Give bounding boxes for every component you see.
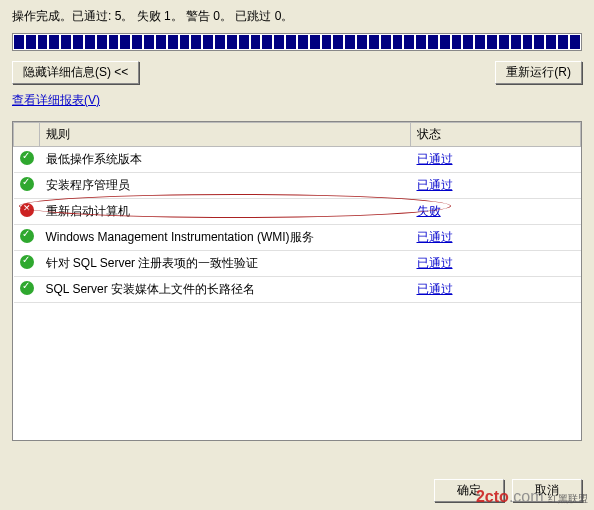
rerun-button[interactable]: 重新运行(R) [495, 61, 582, 84]
rule-cell: 重新启动计算机 [40, 199, 411, 225]
status-link-pass[interactable]: 已通过 [417, 230, 453, 244]
col-status: 状态 [411, 123, 581, 147]
table-row: SQL Server 安装媒体上文件的长路径名已通过 [14, 277, 581, 303]
status-link-fail[interactable]: 失败 [417, 204, 441, 218]
pass-icon [20, 177, 34, 191]
col-rule: 规则 [40, 123, 411, 147]
status-link-pass[interactable]: 已通过 [417, 152, 453, 166]
rules-table-container: 规则 状态 最低操作系统版本已通过安装程序管理员已通过重新启动计算机失败Wind… [12, 121, 582, 441]
status-link-pass[interactable]: 已通过 [417, 256, 453, 270]
rule-cell: 安装程序管理员 [40, 173, 411, 199]
rule-cell: Windows Management Instrumentation (WMI)… [40, 225, 411, 251]
status-link-pass[interactable]: 已通过 [417, 282, 453, 296]
rule-cell: SQL Server 安装媒体上文件的长路径名 [40, 277, 411, 303]
status-link-pass[interactable]: 已通过 [417, 178, 453, 192]
col-icon [14, 123, 40, 147]
status-line: 操作完成。已通过: 5。 失败 1。 警告 0。 已跳过 0。 [0, 0, 594, 29]
pass-icon [20, 255, 34, 269]
rule-cell: 针对 SQL Server 注册表项的一致性验证 [40, 251, 411, 277]
table-row: 重新启动计算机失败 [14, 199, 581, 225]
pass-icon [20, 229, 34, 243]
progress-bar [12, 33, 582, 51]
table-row: 最低操作系统版本已通过 [14, 147, 581, 173]
table-row: Windows Management Instrumentation (WMI)… [14, 225, 581, 251]
rule-cell: 最低操作系统版本 [40, 147, 411, 173]
table-row: 安装程序管理员已通过 [14, 173, 581, 199]
view-report-link[interactable]: 查看详细报表(V) [12, 93, 100, 107]
pass-icon [20, 151, 34, 165]
rules-table: 规则 状态 最低操作系统版本已通过安装程序管理员已通过重新启动计算机失败Wind… [13, 122, 581, 303]
watermark: 2cto.com 红黑联盟 [476, 488, 588, 506]
fail-icon [20, 203, 34, 217]
hide-details-button[interactable]: 隐藏详细信息(S) << [12, 61, 139, 84]
pass-icon [20, 281, 34, 295]
table-row: 针对 SQL Server 注册表项的一致性验证已通过 [14, 251, 581, 277]
